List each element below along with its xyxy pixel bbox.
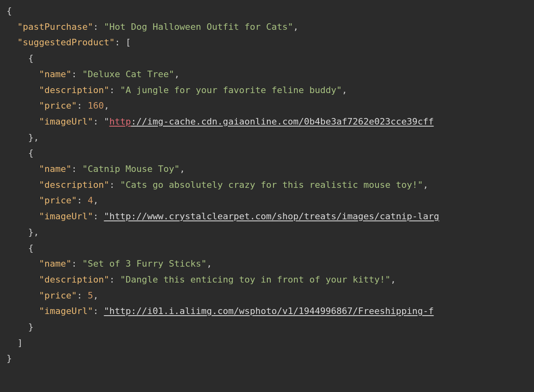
- brace-close: }: [28, 322, 33, 332]
- colon: :: [71, 69, 82, 79]
- value-p1-price: 160: [88, 100, 104, 111]
- comma: ,: [390, 274, 396, 285]
- value-p1-name: "Deluxe Cat Tree": [82, 69, 174, 79]
- comma: ,: [180, 164, 185, 174]
- key-description: "description": [39, 180, 109, 190]
- value-p1-url-rest: ://img-cache.cdn.gaiaonline.com/0b4be3af…: [131, 116, 434, 127]
- colon: :: [109, 85, 120, 95]
- comma: ,: [93, 195, 98, 205]
- brace-close-comma: },: [28, 227, 39, 237]
- value-p2-url: "http://www.crystalclearpet.com/shop/tre…: [104, 211, 439, 221]
- key-imageUrl: "imageUrl": [39, 306, 93, 316]
- brace-open: {: [7, 6, 12, 16]
- value-p3-url: "http://i01.i.aliimg.com/wsphoto/v1/1944…: [104, 306, 434, 316]
- value-p3-desc: "Dangle this enticing toy in front of yo…: [120, 274, 390, 285]
- colon: :: [71, 258, 82, 269]
- key-pastPurchase: "pastPurchase": [18, 22, 93, 32]
- comma: ,: [104, 100, 109, 111]
- colon: :: [77, 195, 88, 205]
- brace-open: {: [28, 148, 33, 158]
- comma: ,: [423, 180, 428, 190]
- value-pastPurchase: "Hot Dog Halloween Outfit for Cats": [104, 22, 293, 32]
- colon: :: [77, 100, 88, 111]
- colon: :: [93, 211, 104, 221]
- key-imageUrl: "imageUrl": [39, 116, 93, 127]
- comma: ,: [293, 22, 298, 32]
- key-price: "price": [39, 100, 77, 111]
- key-suggestedProduct: "suggestedProduct": [18, 37, 115, 47]
- brace-open: {: [28, 53, 33, 63]
- json-code-block: { "pastPurchase": "Hot Dog Halloween Out…: [0, 0, 534, 367]
- brace-close: }: [7, 353, 12, 363]
- colon: :: [109, 274, 120, 285]
- value-p1-url-scheme: http: [109, 116, 131, 127]
- key-imageUrl: "imageUrl": [39, 211, 93, 221]
- brace-close-comma: },: [28, 132, 39, 143]
- comma: ,: [93, 290, 98, 301]
- colon: :: [93, 116, 104, 127]
- value-p2-price: 4: [88, 195, 93, 205]
- value-p2-name: "Catnip Mouse Toy": [82, 164, 179, 174]
- key-description: "description": [39, 85, 109, 95]
- comma: ,: [342, 85, 347, 95]
- bracket-open: [: [125, 37, 131, 47]
- colon: :: [71, 164, 82, 174]
- bracket-close: ]: [18, 338, 23, 348]
- colon: :: [115, 37, 126, 47]
- comma: ,: [174, 69, 180, 79]
- colon: :: [93, 306, 104, 316]
- colon: :: [109, 180, 120, 190]
- comma: ,: [207, 258, 212, 269]
- value-p3-name: "Set of 3 Furry Sticks": [82, 258, 207, 269]
- value-p1-url-quote: ": [104, 116, 109, 127]
- key-price: "price": [39, 195, 77, 205]
- key-name: "name": [39, 164, 71, 174]
- value-p1-desc: "A jungle for your favorite feline buddy…: [120, 85, 342, 95]
- brace-open: {: [28, 243, 33, 253]
- colon: :: [93, 22, 104, 32]
- value-p3-price: 5: [88, 290, 93, 301]
- key-name: "name": [39, 69, 71, 79]
- key-description: "description": [39, 274, 109, 285]
- value-p2-desc: "Cats go absolutely crazy for this reali…: [120, 180, 423, 190]
- key-name: "name": [39, 258, 71, 269]
- key-price: "price": [39, 290, 77, 301]
- colon: :: [77, 290, 88, 301]
